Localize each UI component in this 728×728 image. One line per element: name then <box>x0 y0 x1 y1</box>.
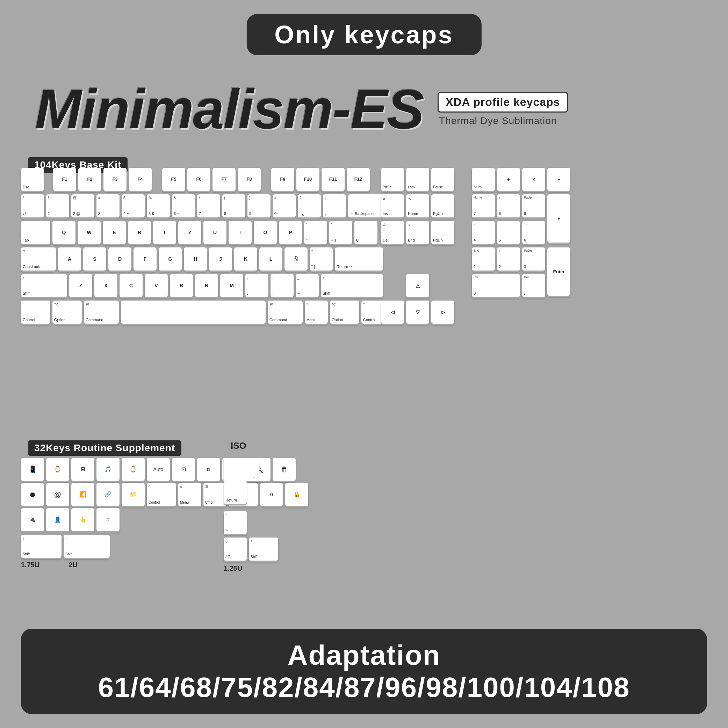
key-ins[interactable]: ×Ins <box>381 194 404 217</box>
key-w[interactable]: W <box>78 221 101 244</box>
key-f11[interactable]: F11 <box>321 168 345 191</box>
iso-key-c-cedilla[interactable]: Ç/ Ç <box>224 538 247 561</box>
key-h[interactable]: H <box>184 248 207 271</box>
key-ctrl-right[interactable]: ^ Control <box>361 301 383 324</box>
key-x[interactable]: X <box>94 274 118 297</box>
key-6[interactable]: &6 ¬ <box>172 194 195 217</box>
key-num2[interactable]: ↓2 <box>497 248 520 271</box>
iso-return-top[interactable]: ← <box>224 458 258 481</box>
key-a[interactable]: A <box>58 248 81 271</box>
key-asterisk[interactable]: *+ 1 <box>329 221 352 244</box>
key-e[interactable]: E <box>103 221 126 244</box>
key-f12[interactable]: F12 <box>347 168 370 191</box>
key-num[interactable]: Num <box>472 168 495 191</box>
key-num1[interactable]: End1 <box>472 248 495 271</box>
key-f4[interactable]: F4 <box>128 168 152 191</box>
supp-key-fingerprint[interactable]: 👆 <box>71 508 94 531</box>
iso-return-label[interactable]: Return <box>224 481 247 504</box>
key-r[interactable]: R <box>128 221 151 244</box>
key-t[interactable]: T <box>153 221 176 244</box>
key-acute[interactable]: ^" { <box>310 248 333 271</box>
key-num7[interactable]: Home7 <box>472 194 495 217</box>
supp-key-control[interactable]: ^ Control <box>147 483 176 506</box>
key-f6[interactable]: F6 <box>187 168 210 191</box>
key-shift-right[interactable]: ↑Shift <box>321 274 383 297</box>
supp-key-wifi[interactable]: 📶 <box>71 483 94 506</box>
key-1[interactable]: !1 <box>46 194 69 217</box>
key-s[interactable]: S <box>83 248 106 271</box>
key-num-plus[interactable]: + <box>547 194 570 243</box>
supp-key-cmd2[interactable]: ⌘ Cmd <box>203 483 226 506</box>
key-num-enter[interactable]: Enter <box>547 248 570 296</box>
key-9[interactable]: )9 <box>248 194 271 217</box>
key-v[interactable]: V <box>145 274 168 297</box>
key-num-minus[interactable]: − <box>547 168 570 191</box>
key-num3[interactable]: PgDn3 <box>522 248 545 271</box>
key-num9[interactable]: PgUp9 <box>522 194 545 217</box>
key-home[interactable]: ↖Home <box>406 194 429 217</box>
key-p[interactable]: P <box>279 221 302 244</box>
key-f5[interactable]: F5 <box>162 168 185 191</box>
key-f2[interactable]: F2 <box>78 168 101 191</box>
key-o[interactable]: O <box>254 221 277 244</box>
key-arrow-down[interactable]: ▽ <box>406 301 429 324</box>
key-d[interactable]: D <box>109 248 132 271</box>
key-arrow-right[interactable]: ▷ <box>431 301 454 324</box>
key-end[interactable]: ↘End <box>406 221 429 244</box>
key-caret[interactable]: ^^ ` <box>304 221 327 244</box>
key-5[interactable]: %5 € <box>147 194 170 217</box>
supp-key-crop[interactable]: ⊡ <box>172 458 195 481</box>
key-m[interactable]: M <box>220 274 243 297</box>
key-num6[interactable]: →6 <box>522 221 545 244</box>
key-del[interactable]: ⊙Del <box>381 221 404 244</box>
key-prtsc[interactable]: PrtSc <box>381 168 404 191</box>
supp-key-folder[interactable]: 📁 <box>122 483 145 506</box>
supp-key-at[interactable]: @ <box>46 483 69 506</box>
supp-key-shift-175[interactable]: ↑ Shift <box>21 535 61 558</box>
key-2[interactable]: @2 @ <box>71 194 94 217</box>
supp-key-shift-2u[interactable]: ↑ Shift <box>64 535 110 558</box>
key-pause[interactable]: Pause <box>431 168 454 191</box>
key-f9[interactable]: F9 <box>271 168 294 191</box>
supp-key-mobile[interactable]: 📱 <box>21 458 44 481</box>
supp-key-watch2[interactable]: ⌚ <box>122 458 145 481</box>
key-u[interactable]: U <box>203 221 226 244</box>
key-comma[interactable]: ;, <box>245 274 268 297</box>
key-0[interactable]: =0 <box>272 194 296 217</box>
supp-key-watch[interactable]: ⌚ <box>46 458 69 481</box>
key-ctrl-left[interactable]: ^ Control <box>21 301 50 324</box>
key-y[interactable]: Y <box>178 221 201 244</box>
key-q[interactable]: Q <box>52 221 75 244</box>
key-capslock[interactable]: ⇧CapsLock <box>21 248 56 271</box>
key-n[interactable]: N <box>195 274 218 297</box>
supp-key-monitor[interactable]: 🖥 <box>71 458 94 481</box>
iso-key-lt[interactable]: <> <box>224 511 247 534</box>
key-num-mul[interactable]: × <box>522 168 545 191</box>
key-dash[interactable]: _− <box>296 274 319 297</box>
supp-key-trash[interactable]: 🗑 <box>272 458 296 481</box>
supp-key-auto[interactable]: Auto <box>147 458 170 481</box>
key-num-div[interactable]: ÷ <box>497 168 520 191</box>
key-command-right[interactable]: ⌘ Command <box>268 301 303 324</box>
key-j[interactable]: J <box>209 248 232 271</box>
supp-key-usb[interactable]: 🔌 <box>21 508 44 531</box>
supp-key-ipod[interactable]: 🎵 <box>96 458 119 481</box>
key-num5[interactable]: 5 <box>497 221 520 244</box>
key-esc[interactable]: Esc <box>21 168 44 191</box>
key-pgdn[interactable]: ↓PgDn <box>431 221 454 244</box>
key-arrow-up[interactable]: △ <box>406 274 429 297</box>
key-arrow-left[interactable]: ◁ <box>381 301 404 324</box>
key-f1[interactable]: F1 <box>53 168 76 191</box>
iso-key-shift-125[interactable]: ↑ Shift <box>249 538 278 561</box>
key-7[interactable]: /7 <box>197 194 220 217</box>
key-shift-left[interactable]: ↑Shift <box>21 274 67 297</box>
supp-key-menu2[interactable]: ≡ Menu <box>178 483 201 506</box>
key-backtick[interactable]: °\ º <box>21 194 44 217</box>
key-num4[interactable]: ←4 <box>472 221 495 244</box>
key-apostrophe[interactable]: ?´ ¿ <box>298 194 321 217</box>
key-return[interactable]: Return ↵ <box>335 248 383 271</box>
key-f[interactable]: F <box>133 248 157 271</box>
key-pgup[interactable]: ↑PgUp <box>431 194 454 217</box>
key-tab[interactable]: →Tab <box>21 221 50 244</box>
key-f7[interactable]: F7 <box>213 168 236 191</box>
